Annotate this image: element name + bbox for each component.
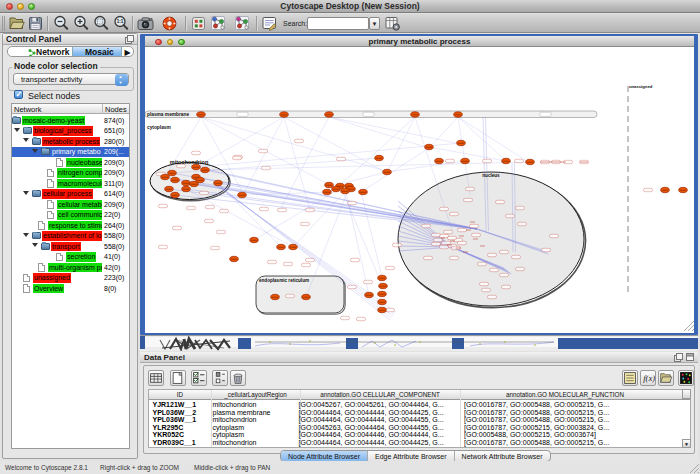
svg-text:cytoplasm: cytoplasm: [147, 125, 171, 130]
svg-text:1:1: 1:1: [117, 19, 124, 24]
svg-text:unassigned: unassigned: [629, 84, 653, 89]
svg-text:f(x): f(x): [643, 373, 655, 383]
svg-text:endoplasmic reticulum: endoplasmic reticulum: [259, 278, 309, 283]
svg-text:plasma membrane: plasma membrane: [147, 112, 189, 117]
svg-text:nucleus: nucleus: [482, 173, 500, 178]
svg-text:mitochondrion: mitochondrion: [170, 159, 209, 165]
